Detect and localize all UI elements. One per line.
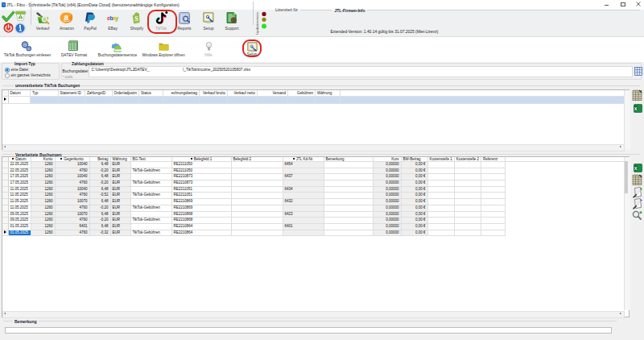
svg-text:a: a	[64, 12, 69, 21]
svg-text:Server: Server	[114, 49, 122, 52]
svg-text:X: X	[634, 166, 637, 171]
svg-text:ebay: ebay	[107, 15, 118, 22]
svg-text:S: S	[134, 15, 138, 22]
svg-text:X: X	[634, 106, 637, 110]
